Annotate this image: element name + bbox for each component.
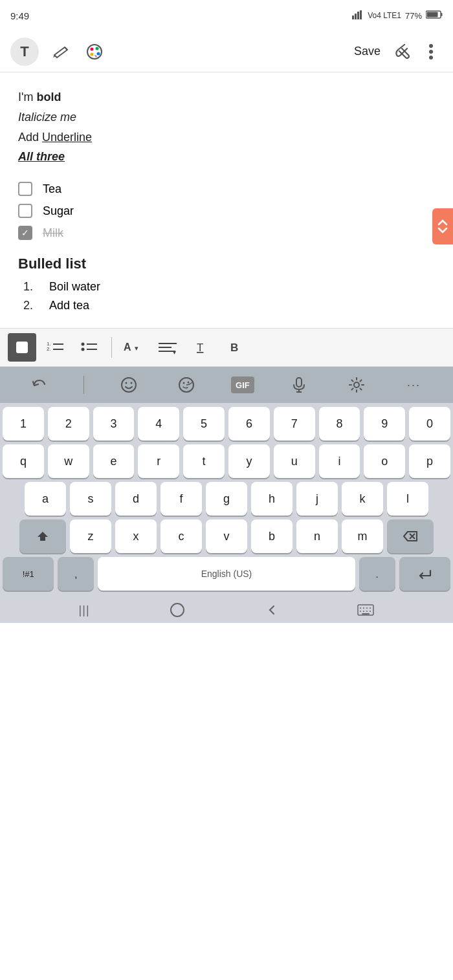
- ordered-list-button[interactable]: 1.2.: [41, 333, 70, 362]
- mic-button[interactable]: [286, 372, 312, 398]
- svg-point-13: [429, 50, 433, 54]
- text-style-button[interactable]: T: [187, 333, 215, 362]
- key-b[interactable]: b: [251, 519, 293, 553]
- nav-home-button[interactable]: [170, 602, 185, 618]
- svg-point-22: [82, 343, 85, 346]
- checklist-item-sugar[interactable]: Sugar: [18, 204, 435, 218]
- key-3[interactable]: 3: [93, 407, 135, 441]
- key-y[interactable]: y: [228, 444, 270, 478]
- checklist-item-milk[interactable]: Milk: [18, 226, 435, 240]
- checkbox-milk[interactable]: [18, 226, 32, 240]
- symbol-key[interactable]: !#1: [3, 557, 54, 591]
- key-d[interactable]: d: [115, 482, 157, 516]
- key-2[interactable]: 2: [48, 407, 89, 441]
- svg-point-9: [96, 47, 99, 50]
- key-o[interactable]: o: [364, 444, 405, 478]
- key-6[interactable]: 6: [228, 407, 270, 441]
- key-p[interactable]: p: [409, 444, 450, 478]
- space-key[interactable]: English (US): [98, 557, 355, 591]
- key-9[interactable]: 9: [364, 407, 405, 441]
- key-c[interactable]: c: [160, 519, 202, 553]
- zxcv-row: z x c v b n m: [3, 519, 450, 553]
- font-size-button[interactable]: A▾: [120, 333, 148, 362]
- text-bold: bold: [36, 91, 61, 103]
- key-k[interactable]: k: [342, 482, 383, 516]
- keyboard: 1 2 3 4 5 6 7 8 9 0 q w e r t y u i o p …: [0, 403, 453, 597]
- key-x[interactable]: x: [115, 519, 157, 553]
- key-n[interactable]: n: [296, 519, 338, 553]
- backspace-key[interactable]: [387, 519, 434, 553]
- section-title: Bulled list: [18, 256, 435, 272]
- key-1[interactable]: 1: [3, 407, 44, 441]
- period-key[interactable]: .: [359, 557, 395, 591]
- signal-icon: [352, 10, 364, 21]
- gif-button[interactable]: GIF: [231, 376, 254, 393]
- nav-menu-button[interactable]: |||: [79, 604, 90, 617]
- key-r[interactable]: r: [138, 444, 179, 478]
- text-format-button[interactable]: T: [10, 38, 39, 66]
- shift-key[interactable]: [19, 519, 66, 553]
- bold-button[interactable]: B: [221, 333, 249, 362]
- more-button[interactable]: [419, 40, 443, 63]
- home-bar: |||: [0, 597, 453, 623]
- bullet-list-button[interactable]: [75, 333, 104, 362]
- sticker-button[interactable]: [173, 372, 199, 398]
- key-v[interactable]: v: [206, 519, 247, 553]
- key-t[interactable]: t: [183, 444, 225, 478]
- format-bar: 1.2. A▾ ▾ T B: [0, 328, 453, 367]
- key-h[interactable]: h: [251, 482, 293, 516]
- editor-area: I'm bold Italicize me Add Underline All …: [0, 72, 453, 328]
- key-j[interactable]: j: [296, 482, 338, 516]
- enter-key[interactable]: [399, 557, 450, 591]
- attachment-button[interactable]: [391, 40, 414, 63]
- svg-point-43: [354, 382, 359, 387]
- key-7[interactable]: 7: [274, 407, 315, 441]
- undo-button[interactable]: [26, 372, 52, 398]
- numbered-item-1: 1. Boil water: [23, 280, 435, 294]
- align-button[interactable]: ▾: [153, 333, 182, 362]
- nav-keyboard-button[interactable]: [357, 604, 374, 616]
- text-add-prefix: Add: [18, 131, 42, 144]
- svg-point-8: [91, 47, 94, 50]
- key-z[interactable]: z: [70, 519, 111, 553]
- key-s[interactable]: s: [70, 482, 111, 516]
- key-u[interactable]: u: [274, 444, 315, 478]
- brush-button[interactable]: [49, 40, 72, 63]
- numbered-item-2: 2. Add tea: [23, 299, 435, 312]
- numbered-item-2-num: 2.: [23, 299, 39, 312]
- comma-key[interactable]: ,: [58, 557, 94, 591]
- key-q[interactable]: q: [3, 444, 44, 478]
- key-g[interactable]: g: [206, 482, 247, 516]
- checkbox-tea[interactable]: [18, 182, 32, 196]
- svg-rect-3: [360, 10, 362, 19]
- checkbox-format-button[interactable]: [8, 333, 36, 362]
- palette-button[interactable]: [83, 40, 106, 63]
- save-button[interactable]: Save: [349, 42, 386, 61]
- status-bar: 9:49 Vo4 LTE1 77%: [0, 0, 453, 31]
- numbered-item-1-num: 1.: [23, 280, 39, 294]
- key-5[interactable]: 5: [183, 407, 225, 441]
- more-options-button[interactable]: ···: [401, 372, 427, 398]
- key-f[interactable]: f: [160, 482, 202, 516]
- checkbox-sugar[interactable]: [18, 204, 32, 218]
- key-4[interactable]: 4: [138, 407, 179, 441]
- checklist-item-tea[interactable]: Tea: [18, 182, 435, 196]
- settings-button[interactable]: [344, 372, 370, 398]
- key-0[interactable]: 0: [409, 407, 450, 441]
- key-i[interactable]: i: [319, 444, 360, 478]
- key-a[interactable]: a: [25, 482, 66, 516]
- svg-rect-0: [352, 16, 354, 19]
- key-m[interactable]: m: [342, 519, 383, 553]
- editor-content[interactable]: I'm bold Italicize me Add Underline All …: [0, 72, 453, 328]
- key-8[interactable]: 8: [319, 407, 360, 441]
- svg-rect-5: [441, 13, 443, 16]
- svg-point-14: [429, 56, 433, 60]
- key-w[interactable]: w: [48, 444, 89, 478]
- status-time: 9:49: [10, 10, 29, 21]
- nav-back-button[interactable]: [265, 604, 278, 616]
- scroll-button[interactable]: [432, 208, 453, 245]
- checklist: Tea Sugar Milk: [18, 182, 435, 240]
- key-e[interactable]: e: [93, 444, 135, 478]
- key-l[interactable]: l: [387, 482, 428, 516]
- emoji-button[interactable]: [116, 372, 142, 398]
